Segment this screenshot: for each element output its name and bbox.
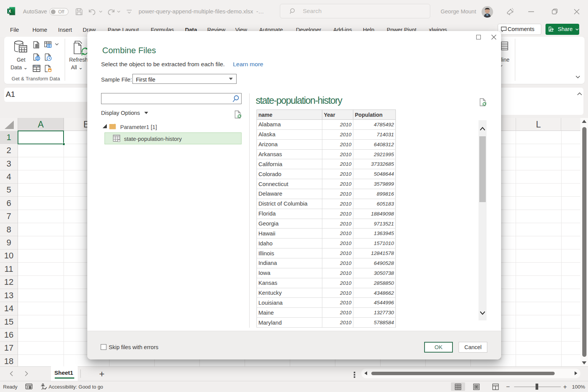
svg-text:X: X xyxy=(8,9,11,13)
